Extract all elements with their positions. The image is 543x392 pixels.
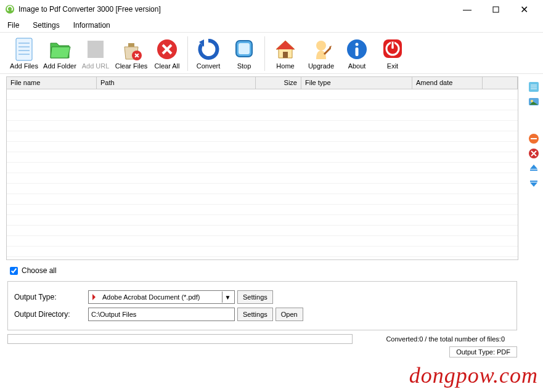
output-dir-settings-button[interactable]: Settings xyxy=(237,308,273,321)
svg-rect-17 xyxy=(356,47,359,56)
svg-rect-1 xyxy=(493,7,499,12)
move-down-icon[interactable] xyxy=(528,178,539,189)
clear-files-icon xyxy=(118,36,144,62)
status-text: Converted:0 / the total number of files:… xyxy=(386,335,517,343)
table-row xyxy=(7,100,518,110)
stop-button[interactable]: Stop xyxy=(226,35,262,71)
url-icon xyxy=(83,36,108,62)
col-size[interactable]: Size xyxy=(256,77,301,89)
svg-point-29 xyxy=(531,100,533,102)
output-type-label: Output Type: xyxy=(14,293,88,301)
delete-icon[interactable] xyxy=(528,148,539,159)
table-row xyxy=(7,173,518,184)
table-row xyxy=(7,205,518,215)
table-row xyxy=(7,236,518,247)
upgrade-icon xyxy=(308,36,334,62)
pdf-icon xyxy=(91,293,100,301)
svg-rect-33 xyxy=(530,169,537,171)
table-row xyxy=(7,121,518,131)
svg-rect-34 xyxy=(530,181,537,182)
menu-settings[interactable]: Settings xyxy=(33,20,67,31)
home-icon xyxy=(272,36,298,62)
exit-button[interactable]: Exit xyxy=(375,35,410,71)
maximize-button[interactable] xyxy=(481,0,510,18)
stop-icon xyxy=(231,36,257,62)
add-files-button[interactable]: Add Files xyxy=(6,35,42,71)
svg-rect-12 xyxy=(239,43,250,54)
toolbar: Add Files Add Folder Add URL Clear Files… xyxy=(0,33,543,74)
convert-icon xyxy=(195,36,221,62)
table-row xyxy=(7,163,518,173)
list-icon[interactable] xyxy=(528,81,539,92)
choose-all-checkbox[interactable] xyxy=(10,267,18,275)
output-dir-input[interactable] xyxy=(88,308,235,321)
table-row xyxy=(7,110,518,121)
col-spacer xyxy=(483,77,518,89)
add-url-button: Add URL xyxy=(78,35,113,71)
table-row xyxy=(7,89,518,100)
about-button[interactable]: About xyxy=(339,35,375,71)
output-dir-label: Output Directory: xyxy=(14,310,88,319)
output-type-combo[interactable]: Adobe Acrobat Document (*.pdf) ▼ xyxy=(88,290,235,304)
status-output-type: Output Type: PDF xyxy=(449,346,517,357)
about-icon xyxy=(344,36,370,62)
file-icon xyxy=(11,36,37,62)
toolbar-separator xyxy=(264,36,265,71)
svg-rect-13 xyxy=(283,52,288,58)
table-row xyxy=(7,152,518,163)
status-bar: Converted:0 / the total number of files:… xyxy=(7,334,517,344)
side-toolbar xyxy=(525,74,543,359)
table-row xyxy=(7,247,518,257)
app-icon xyxy=(5,4,15,14)
output-type-settings-button[interactable]: Settings xyxy=(237,290,273,304)
menu-information[interactable]: Information xyxy=(73,20,118,31)
remove-icon[interactable] xyxy=(528,133,539,144)
table-header: File name Path Size File type Amend date xyxy=(7,77,518,89)
choose-all-label: Choose all xyxy=(22,266,57,275)
col-path[interactable]: Path xyxy=(97,77,256,89)
col-amend-date[interactable]: Amend date xyxy=(412,77,483,89)
clear-all-button[interactable]: Clear All xyxy=(149,35,185,71)
minimize-button[interactable]: — xyxy=(453,0,481,18)
clear-files-button[interactable]: Clear Files xyxy=(113,35,149,71)
table-body xyxy=(7,89,518,259)
svg-point-14 xyxy=(316,41,326,51)
table-row xyxy=(7,194,518,205)
folder-icon xyxy=(47,36,73,62)
menu-file[interactable]: File xyxy=(7,20,27,31)
output-panel: Output Type: Adobe Acrobat Document (*.p… xyxy=(7,281,517,330)
home-button[interactable]: Home xyxy=(267,35,303,71)
watermark: dongpow.com xyxy=(409,362,538,388)
file-list-table[interactable]: File name Path Size File type Amend date xyxy=(6,76,518,260)
table-row xyxy=(7,215,518,226)
titlebar: Image to Pdf Converter 3000 [Free versio… xyxy=(0,0,543,18)
table-row xyxy=(7,226,518,236)
choose-all-row: Choose all xyxy=(1,260,523,279)
progress-bar xyxy=(7,334,353,344)
chevron-down-icon: ▼ xyxy=(222,292,233,303)
svg-point-16 xyxy=(356,43,359,46)
convert-button[interactable]: Convert xyxy=(190,35,226,71)
output-dir-open-button[interactable]: Open xyxy=(276,308,303,321)
table-row xyxy=(7,184,518,194)
col-filetype[interactable]: File type xyxy=(301,77,412,89)
svg-rect-8 xyxy=(128,43,134,47)
move-up-icon[interactable] xyxy=(528,163,539,174)
svg-rect-2 xyxy=(16,38,32,60)
menubar: File Settings Information xyxy=(0,18,543,33)
col-filename[interactable]: File name xyxy=(7,77,97,89)
add-folder-button[interactable]: Add Folder xyxy=(42,35,78,71)
svg-rect-31 xyxy=(531,138,537,139)
upgrade-button[interactable]: Upgrade xyxy=(303,35,339,71)
table-row xyxy=(7,142,518,152)
exit-icon xyxy=(380,36,406,62)
image-icon[interactable] xyxy=(528,96,539,107)
table-row xyxy=(7,131,518,142)
window-title: Image to Pdf Converter 3000 [Free versio… xyxy=(18,5,453,14)
svg-rect-7 xyxy=(88,41,104,58)
close-button[interactable]: ✕ xyxy=(510,0,538,18)
clear-all-icon xyxy=(154,36,180,62)
toolbar-separator xyxy=(187,36,188,71)
